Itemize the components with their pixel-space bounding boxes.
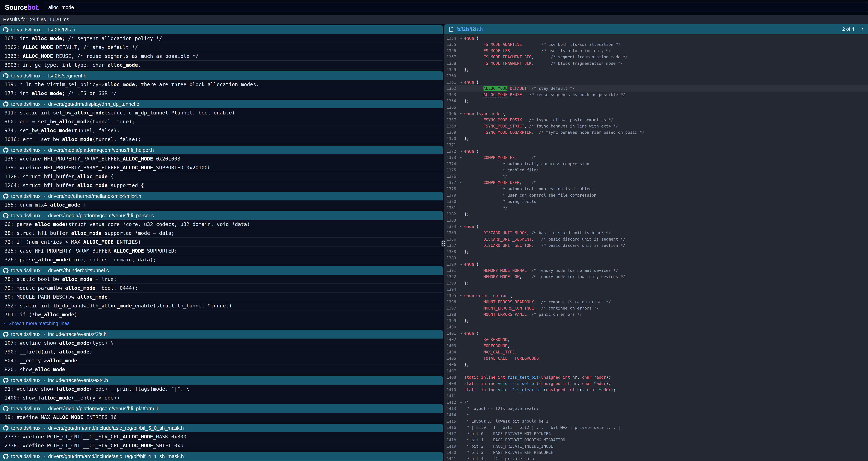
- file-group-header[interactable]: torvalds/linux·drivers/gpu/drm/display/d…: [0, 100, 443, 108]
- code-text: * bit 2 PAGE_PRIVATE_INLINE_INODE: [464, 444, 553, 449]
- collapse-chevron-icon[interactable]: [458, 37, 464, 39]
- token: ,: [527, 231, 529, 235]
- match-line[interactable]: 136: #define HFI_PROPERTY_PARAM_BUFFER_A…: [0, 154, 443, 163]
- match-line[interactable]: 68: struct hfi_buffer_alloc_mode_support…: [0, 229, 443, 238]
- match-line[interactable]: 155: enum mlx4_alloc_mode {: [0, 200, 443, 209]
- token: */: [464, 205, 507, 210]
- line-number: 1414: [444, 413, 458, 417]
- match-line[interactable]: 72: if (num_entries > MAX_ALLOC_MODE_ENT…: [0, 238, 443, 247]
- collapse-chevron-icon[interactable]: [458, 333, 464, 334]
- match-line[interactable]: 2737: #define PCIE_CI_CNTL__CI_SLV_CPL_A…: [0, 432, 443, 441]
- match-line[interactable]: 752: static int tb_dp_bandwidth_alloc_mo…: [0, 301, 443, 310]
- match-line[interactable]: 1128: struct hfi_buffer_alloc_mode {: [0, 172, 443, 181]
- file-group-header[interactable]: torvalds/linux·include/trace/events/ext4…: [0, 376, 443, 384]
- file-group-header[interactable]: torvalds/linux·drivers/gpu/drm/amd/inclu…: [0, 424, 443, 432]
- file-group-header[interactable]: torvalds/linux·drivers/media/platform/qc…: [0, 146, 443, 154]
- token: nr: [570, 375, 577, 379]
- token: /*: [464, 400, 469, 405]
- match-line[interactable]: 91: #define show_falloc_mode(mode) __pri…: [0, 384, 443, 394]
- collapse-chevron-icon[interactable]: [458, 402, 464, 403]
- match-line[interactable]: 911: static int set_bw_alloc_mode(struct…: [0, 108, 443, 117]
- line-number: 1399: [444, 318, 458, 323]
- token: enum: [464, 36, 474, 40]
- collapse-chevron-icon[interactable]: [458, 113, 464, 114]
- token: ,: [582, 387, 587, 392]
- token: ,: [539, 356, 541, 361]
- match-line[interactable]: 1362: ALLOC_MODE_DEFAULT, /* stay defaul…: [0, 43, 443, 52]
- line-number: 1412: [444, 400, 458, 405]
- token: enum: [464, 149, 474, 153]
- collapse-chevron-icon[interactable]: [458, 263, 464, 265]
- match-highlight: alloc_mode: [104, 82, 135, 87]
- path-separator: ·: [43, 213, 45, 219]
- prev-match-button[interactable]: ↑: [861, 26, 864, 32]
- match-line[interactable]: 326: parse_alloc_mode(core, codecs, doma…: [0, 255, 443, 264]
- match-line[interactable]: 79: module_param(bw_alloc_mode, bool, 04…: [0, 284, 443, 292]
- match-line[interactable]: 1363: ALLOC_MODE_REUSE, /* reuse segment…: [0, 52, 443, 61]
- code-line: 1358 FS_MODE_FRAGMENT_BLK, /* block frag…: [444, 60, 868, 66]
- line-number: 1391: [444, 268, 458, 273]
- match-text: (__entry->mode)): [71, 395, 120, 401]
- line-number: 1405: [444, 356, 458, 361]
- code-line: 1368 FSYNC_MODE_STRICT, /* fsync behaves…: [444, 123, 868, 129]
- token: ,: [534, 306, 536, 310]
- match-line[interactable]: 820: show_alloc_mode: [0, 365, 443, 374]
- collapse-chevron-icon[interactable]: [458, 157, 464, 158]
- match-highlight: alloc_mode: [77, 182, 107, 188]
- collapse-chevron-icon[interactable]: [458, 226, 464, 227]
- collapse-chevron-icon[interactable]: [458, 150, 464, 152]
- match-line[interactable]: 1264: struct hfi_buffer_alloc_mode_suppo…: [0, 181, 443, 190]
- collapse-chevron-icon[interactable]: [458, 82, 464, 83]
- match-text: 790: __field(int,: [4, 349, 59, 355]
- collapse-chevron-icon[interactable]: [458, 182, 464, 183]
- token: /* fsync follows posix semantics */: [524, 118, 613, 122]
- match-line[interactable]: 1400: show_falloc_mode(__entry->mode)): [0, 394, 443, 402]
- repo-name: torvalds/linux: [11, 193, 40, 199]
- line-number: 1363: [444, 92, 458, 97]
- preview-file-path[interactable]: fs/f2fs/f2fs.h: [457, 26, 483, 32]
- match-line[interactable]: 19: #define MAX_ALLOC_MODE_ENTRIES 16: [0, 413, 443, 422]
- match-line[interactable]: 761: if (!bw_alloc_mode): [0, 310, 443, 319]
- token: ,: [527, 312, 529, 317]
- collapse-chevron-icon[interactable]: [458, 295, 464, 296]
- match-line[interactable]: 960: err = set_bw_alloc_mode(tunnel, tru…: [0, 117, 443, 126]
- token: enum: [464, 80, 474, 84]
- match-line[interactable]: 974: set_bw_alloc_mode(tunnel, false);: [0, 126, 443, 135]
- match-line[interactable]: 139: * In the victim_sel_policy->alloc_m…: [0, 80, 443, 89]
- token: _REUSE: [507, 92, 522, 97]
- file-group-header[interactable]: torvalds/linux·drivers/media/platform/qc…: [0, 404, 443, 413]
- match-line[interactable]: 177: int alloc_mode; /* LFS or SSR */: [0, 89, 443, 98]
- sourcebot-logo[interactable]: Sourcebot.: [5, 3, 39, 11]
- code-text: enum errors_option {: [464, 293, 512, 298]
- panel-resize-handle[interactable]: [441, 240, 446, 247]
- code-text: /*: [464, 400, 469, 405]
- file-group-header[interactable]: torvalds/linux·drivers/media/platform/qc…: [0, 211, 443, 220]
- match-line[interactable]: 66: parse_alloc_mode(struct venus_core *…: [0, 220, 443, 229]
- file-group-header[interactable]: torvalds/linux·drivers/net/ethernet/mell…: [0, 192, 443, 200]
- match-line[interactable]: 139: #define HFI_PROPERTY_PARAM_BUFFER_A…: [0, 163, 443, 172]
- code-line: 1400: [444, 324, 868, 330]
- token: FS_MODE_ADAPTIVE: [464, 42, 522, 47]
- match-text: 139: #define HFI_PROPERTY_PARAM_BUFFER_: [4, 165, 123, 171]
- match-line[interactable]: 3903: int gc_type, int type, char alloc_…: [0, 61, 443, 69]
- code-line: 1411: [444, 393, 868, 399]
- file-group-header[interactable]: torvalds/linux·fs/f2fs/f2fs.h: [0, 25, 443, 34]
- file-group-header[interactable]: torvalds/linux·drivers/gpu/drm/amd/inclu…: [0, 452, 443, 461]
- file-group-header[interactable]: torvalds/linux·fs/f2fs/segment.h: [0, 71, 443, 80]
- match-line[interactable]: 107: #define show_alloc_mode(type) \: [0, 339, 443, 347]
- search-input[interactable]: alloc_mode: [43, 2, 868, 12]
- match-line[interactable]: 167: int alloc_mode; /* segment allocati…: [0, 34, 443, 43]
- match-line[interactable]: 1016: err = set_bw_alloc_mode(tunnel, fa…: [0, 135, 443, 144]
- match-line[interactable]: 790: __field(int, alloc_mode): [0, 347, 443, 356]
- file-group-header[interactable]: torvalds/linux·include/trace/events/f2fs…: [0, 330, 443, 339]
- path-separator: ·: [43, 332, 45, 337]
- match-line[interactable]: 80: MODULE_PARM_DESC(bw_alloc_mode,: [0, 292, 443, 301]
- match-line[interactable]: 325: case HFI_PROPERTY_PARAM_BUFFER_ALLO…: [0, 247, 443, 255]
- match-line[interactable]: 804: __entry->alloc_mode: [0, 356, 443, 365]
- file-group-header[interactable]: torvalds/linux·drivers/thunderbolt/tunne…: [0, 266, 443, 275]
- token: * bit 2 PAGE_PRIVATE_INLINE_INODE: [464, 444, 553, 449]
- match-line[interactable]: 2738: #define PCIE_CI_CNTL__CI_SLV_CPL_A…: [0, 441, 443, 450]
- show-more-link[interactable]: Show 1 more matching lines: [0, 319, 443, 328]
- token: f2fs_test_bit: [507, 375, 539, 379]
- match-line[interactable]: 78: static bool bw_alloc_mode = true;: [0, 275, 443, 284]
